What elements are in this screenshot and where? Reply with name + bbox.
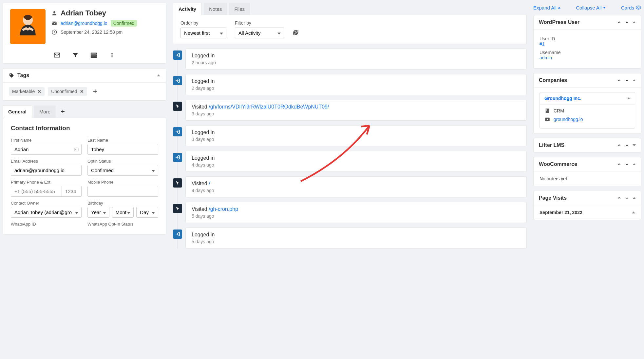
activity-time: 4 days ago bbox=[192, 162, 521, 168]
company-website-link[interactable]: groundhogg.io bbox=[554, 117, 583, 122]
activity-filters: Order by Newest first Filter by All Acti… bbox=[173, 15, 527, 44]
svg-rect-16 bbox=[546, 110, 547, 110]
filter-icon[interactable] bbox=[72, 51, 79, 59]
chevron-up-icon[interactable] bbox=[617, 20, 621, 25]
timeline-item: Visited /gh/forms/VDlIYi9rRWlzalU0T0ROdk… bbox=[182, 100, 527, 121]
login-icon bbox=[173, 229, 182, 239]
svg-point-21 bbox=[547, 119, 548, 120]
svg-rect-17 bbox=[548, 110, 549, 110]
collapse-caret-icon bbox=[627, 97, 630, 99]
activity-time: 5 days ago bbox=[192, 213, 521, 219]
owner-select[interactable]: Adrian Tobey (adrian@gro bbox=[11, 207, 82, 218]
chevron-up-icon[interactable] bbox=[617, 78, 621, 83]
activity-title: Logged in bbox=[192, 155, 521, 161]
phone-input[interactable] bbox=[11, 186, 62, 197]
visit-date: September 21, 2022 bbox=[540, 210, 632, 215]
tag-chip[interactable]: Marketable✕ bbox=[9, 87, 45, 96]
profile-card: Adrian Tobey adrian@groundhogg.io Confir… bbox=[3, 3, 166, 64]
svg-point-14 bbox=[638, 7, 639, 9]
company-category: CRM bbox=[554, 108, 564, 113]
tags-header[interactable]: Tags bbox=[3, 69, 166, 82]
panel-header[interactable]: Lifter LMS bbox=[534, 138, 641, 152]
email-icon bbox=[51, 20, 57, 26]
collapse-all-button[interactable]: Collapse All bbox=[576, 5, 605, 10]
login-icon bbox=[173, 76, 182, 85]
last-name-input[interactable] bbox=[87, 144, 158, 155]
move-icon[interactable] bbox=[633, 144, 636, 146]
panel-header[interactable]: WooCommerce bbox=[534, 157, 641, 171]
remove-tag-icon[interactable]: ✕ bbox=[37, 89, 41, 94]
tags-panel: Tags Marketable✕ Unconfirmed✕ + bbox=[3, 68, 166, 101]
visit-icon bbox=[173, 178, 182, 188]
collapse-caret-icon[interactable] bbox=[632, 211, 635, 213]
company-header[interactable]: Groundhogg Inc. bbox=[540, 92, 635, 104]
tag-chip[interactable]: Unconfirmed✕ bbox=[48, 87, 87, 96]
move-icon[interactable] bbox=[633, 79, 636, 81]
more-icon[interactable] bbox=[108, 51, 116, 59]
tab-notes[interactable]: Notes bbox=[204, 3, 227, 15]
user-id-link[interactable]: #1 bbox=[540, 41, 545, 47]
move-icon[interactable] bbox=[633, 163, 636, 165]
wordpress-user-panel: WordPress User User ID #1 Username admin bbox=[533, 15, 641, 69]
svg-rect-12 bbox=[74, 148, 78, 151]
add-tag-button[interactable]: + bbox=[93, 87, 97, 96]
remove-tag-icon[interactable]: ✕ bbox=[80, 89, 84, 94]
page-visits-panel: Page Visits September 21, 2022 bbox=[533, 191, 641, 220]
svg-rect-15 bbox=[546, 109, 549, 113]
eye-icon bbox=[635, 5, 641, 10]
status-badge: Confirmed bbox=[111, 20, 137, 27]
filter-by-select[interactable]: All Activity bbox=[235, 28, 284, 38]
avatar bbox=[10, 9, 46, 44]
login-icon bbox=[173, 50, 182, 60]
contact-info-card: Contact Information First Name Last Name… bbox=[3, 118, 166, 235]
username-link[interactable]: admin bbox=[540, 55, 552, 60]
chevron-down-icon[interactable] bbox=[625, 20, 629, 25]
building-icon bbox=[544, 108, 550, 114]
svg-point-11 bbox=[111, 56, 113, 58]
tab-general[interactable]: General bbox=[3, 105, 32, 118]
woocommerce-panel: WooCommerce No orders yet. bbox=[533, 157, 641, 186]
phone-ext-input[interactable] bbox=[62, 186, 82, 197]
chevron-down-icon[interactable] bbox=[625, 143, 629, 148]
tab-more[interactable]: More bbox=[34, 106, 56, 118]
timeline-item: Logged in 2 hours ago bbox=[182, 49, 527, 70]
tab-activity[interactable]: Activity bbox=[173, 3, 202, 15]
expand-all-button[interactable]: Expand All bbox=[533, 5, 560, 10]
birth-month-select[interactable]: Mont bbox=[112, 207, 134, 218]
activity-title: Logged in bbox=[192, 232, 521, 238]
chevron-down-icon[interactable] bbox=[625, 162, 629, 167]
mobile-input[interactable] bbox=[87, 186, 158, 197]
tab-files[interactable]: Files bbox=[229, 3, 250, 15]
woo-empty-text: No orders yet. bbox=[540, 176, 568, 181]
chevron-down-icon[interactable] bbox=[625, 196, 629, 200]
panel-header[interactable]: Companies bbox=[534, 73, 641, 87]
chevron-up-icon[interactable] bbox=[617, 143, 621, 148]
optin-status-select[interactable]: Confirmed bbox=[87, 165, 158, 176]
birth-day-select[interactable]: Day bbox=[136, 207, 158, 218]
birth-year-select[interactable]: Year bbox=[87, 207, 109, 218]
add-tab-button[interactable]: + bbox=[61, 108, 65, 115]
contact-name: Adrian Tobey bbox=[61, 9, 106, 17]
compose-email-icon[interactable] bbox=[53, 51, 61, 59]
svg-point-10 bbox=[111, 54, 113, 56]
collapse-caret-icon bbox=[157, 74, 160, 76]
first-name-input[interactable] bbox=[11, 144, 82, 155]
chevron-up-icon[interactable] bbox=[617, 196, 621, 200]
contact-email[interactable]: adrian@groundhogg.io bbox=[61, 21, 107, 26]
panel-header[interactable]: WordPress User bbox=[534, 15, 641, 29]
move-icon[interactable] bbox=[633, 21, 636, 23]
list-icon[interactable] bbox=[90, 51, 97, 59]
chevron-down-icon[interactable] bbox=[625, 78, 629, 83]
svg-rect-3 bbox=[52, 22, 57, 25]
form-title: Contact Information bbox=[11, 125, 158, 132]
move-icon[interactable] bbox=[633, 197, 636, 199]
activity-time: 4 days ago bbox=[192, 188, 521, 193]
activity-title: Visited /gh/forms/VDlIYi9rRWlzalU0T0ROdk… bbox=[192, 104, 521, 110]
activity-title: Visited / bbox=[192, 181, 521, 187]
email-input[interactable] bbox=[11, 165, 82, 176]
cards-button[interactable]: Cards bbox=[621, 5, 641, 10]
panel-header[interactable]: Page Visits bbox=[534, 191, 641, 205]
chevron-up-icon[interactable] bbox=[617, 162, 621, 167]
refresh-icon[interactable] bbox=[293, 29, 299, 36]
order-by-select[interactable]: Newest first bbox=[180, 28, 226, 38]
